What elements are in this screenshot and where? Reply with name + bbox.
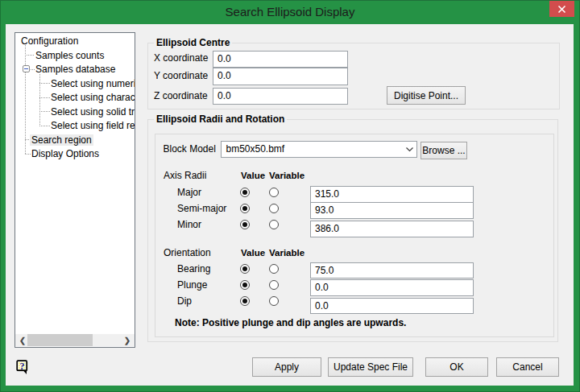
svg-text:?: ? xyxy=(19,361,24,372)
